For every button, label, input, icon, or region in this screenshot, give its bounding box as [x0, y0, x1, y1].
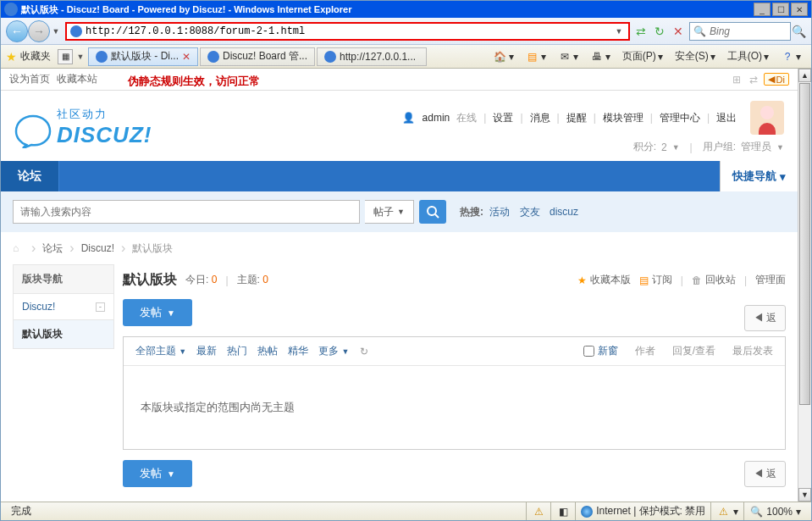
quick-nav-button[interactable]: 快捷导航 ▾	[720, 161, 798, 191]
ie-icon	[96, 51, 108, 63]
vertical-scrollbar[interactable]: ▲ ▼	[798, 69, 811, 502]
search-category-select[interactable]: 帖子 ▼	[365, 200, 414, 224]
return-button[interactable]: ◀ 返	[744, 305, 786, 331]
tab-1[interactable]: Discuz! Board 管...	[200, 47, 315, 66]
sidebar-item-label: 默认版块	[22, 327, 63, 341]
return-button-bottom[interactable]: ◀ 返	[744, 461, 786, 487]
bc-board[interactable]: Discuz!	[81, 242, 114, 254]
minimize-button[interactable]: _	[754, 3, 771, 16]
switch-width-button[interactable]: ◀ Di	[764, 73, 789, 86]
today-count: 0	[212, 274, 218, 285]
favorites-star-icon[interactable]: ★	[6, 50, 17, 64]
sidebar-item-discuz[interactable]: Discuz! -	[13, 294, 114, 320]
search-go-icon[interactable]: 🔍	[791, 24, 806, 39]
collapse-icon: -	[96, 302, 105, 312]
bc-section: 默认版块	[132, 241, 173, 256]
scroll-up-button[interactable]: ▲	[798, 69, 811, 82]
forum-main: 默认版块 今日: 0 | 主题: 0 ★收藏本版 ▤订阅 | 🗑回收站 | 管理…	[123, 264, 786, 487]
fav-site-link[interactable]: 收藏本站	[57, 72, 97, 86]
bc-forum[interactable]: 论坛	[42, 241, 63, 256]
search-engine-input[interactable]	[710, 25, 777, 37]
forum-search-button[interactable]	[419, 200, 446, 224]
messages-link[interactable]: 消息	[530, 111, 550, 125]
hot-link-0[interactable]: 活动	[489, 206, 510, 218]
print-menu[interactable]: 🖶▾	[585, 48, 616, 65]
logout-link[interactable]: 退出	[716, 111, 737, 125]
history-dropdown[interactable]: ▼	[50, 27, 62, 36]
static-rule-notice: 伪静态规则生效，访问正常	[128, 74, 260, 89]
popup-icon[interactable]: ⚠	[532, 505, 545, 518]
refresh-icon[interactable]: ↻	[360, 346, 368, 357]
settings-link[interactable]: 设置	[493, 111, 513, 125]
search-icon: 🔍	[693, 25, 706, 37]
manage-link[interactable]: 管理面	[755, 273, 786, 287]
scroll-thumb[interactable]	[799, 83, 810, 405]
group-label: 用户组:	[703, 140, 736, 154]
newwin-checkbox[interactable]: 新窗	[583, 344, 618, 358]
sidebar-title: 版块导航	[13, 264, 114, 294]
thread-list: 全部主题 ▼ 最新 热门 热帖 精华 更多 ▼ ↻ 新窗 作者 回复/查看	[123, 336, 786, 450]
feeds-menu[interactable]: ▤▾	[521, 48, 551, 65]
tab-label: Discuz! Board 管...	[223, 49, 307, 64]
rss-link[interactable]: ▤订阅	[639, 273, 672, 287]
magnify-icon	[426, 205, 439, 219]
maximize-button[interactable]: ☐	[772, 3, 789, 16]
user-avatar[interactable]	[750, 101, 784, 135]
hot-link-1[interactable]: 交友	[520, 206, 540, 218]
tools-menu[interactable]: 工具(O) ▾	[722, 47, 774, 65]
reminders-link[interactable]: 提醒	[566, 111, 587, 125]
filter-hot[interactable]: 热门	[227, 344, 247, 358]
admin-center-link[interactable]: 管理中心	[660, 111, 700, 125]
ie-icon	[4, 3, 18, 16]
sidebar-item-default[interactable]: 默认版块	[13, 320, 114, 349]
ie-icon	[324, 51, 336, 63]
set-home-link[interactable]: 设为首页	[9, 72, 50, 86]
url-dropdown[interactable]: ▼	[613, 27, 625, 36]
module-mgmt-link[interactable]: 模块管理	[603, 111, 644, 125]
scroll-down-button[interactable]: ▼	[798, 488, 811, 502]
zoom-icon[interactable]: 🔍	[749, 505, 763, 518]
search-engine-box[interactable]: 🔍	[689, 22, 791, 41]
addon-icon[interactable]: ◧	[556, 505, 570, 518]
site-logo[interactable]: 社区动力 DISCUZ!	[14, 107, 152, 148]
tab-2[interactable]: http://127.0.0.1...	[317, 47, 427, 66]
compat-icon[interactable]: ⇄	[633, 24, 649, 39]
grid-icon[interactable]: ⊞	[730, 73, 743, 86]
recycle-link[interactable]: 🗑回收站	[692, 273, 736, 287]
stop-icon[interactable]: ✕	[671, 24, 686, 39]
filter-hotposts[interactable]: 热帖	[257, 344, 278, 358]
favorite-forum-link[interactable]: ★收藏本版	[577, 273, 631, 287]
filter-all[interactable]: 全部主题 ▼	[135, 344, 186, 358]
hot-link-2[interactable]: discuz	[550, 206, 578, 218]
address-bar[interactable]: ▼	[65, 22, 630, 41]
tabs-dropdown[interactable]: ▼	[75, 53, 86, 61]
filter-essence[interactable]: 精华	[288, 344, 308, 358]
forum-search-input[interactable]	[13, 200, 360, 224]
forward-button[interactable]: →	[28, 20, 50, 42]
zoom-value: 100%	[766, 506, 793, 518]
mail-menu[interactable]: ✉▾	[553, 48, 583, 65]
home-menu[interactable]: 🏠▾	[489, 48, 519, 65]
browser-navbar: ← → ▼ ▼ ⇄ ↻ ✕ 🔍 🔍	[1, 18, 811, 45]
mail-icon: ✉	[558, 50, 572, 64]
quick-tabs-button[interactable]: ▦	[58, 49, 73, 64]
new-post-button[interactable]: 发帖 ▼	[123, 299, 192, 326]
protected-icon[interactable]: ⚠	[716, 505, 730, 518]
tab-0[interactable]: 默认版块 - Di...✕	[88, 47, 198, 66]
forum-title: 默认版块	[123, 271, 177, 289]
url-input[interactable]	[86, 25, 613, 37]
help-menu[interactable]: ?▾	[776, 48, 806, 65]
page-menu[interactable]: 页面(P) ▾	[617, 47, 668, 65]
home-icon[interactable]: ⌂	[13, 242, 25, 254]
safety-menu[interactable]: 安全(S) ▾	[670, 47, 721, 65]
close-button[interactable]: ✕	[791, 3, 808, 16]
empty-message: 本版块或指定的范围内尚无主题	[124, 366, 785, 449]
new-post-button-bottom[interactable]: 发帖 ▼	[123, 460, 192, 487]
arrow-icon[interactable]: ⇄	[747, 73, 760, 86]
nav-forum-tab[interactable]: 论坛	[1, 161, 59, 191]
filter-more[interactable]: 更多 ▼	[318, 344, 349, 358]
filter-latest[interactable]: 最新	[196, 344, 217, 358]
back-button[interactable]: ←	[6, 20, 28, 42]
username-link[interactable]: admin	[423, 112, 450, 124]
refresh-icon[interactable]: ↻	[652, 24, 667, 39]
